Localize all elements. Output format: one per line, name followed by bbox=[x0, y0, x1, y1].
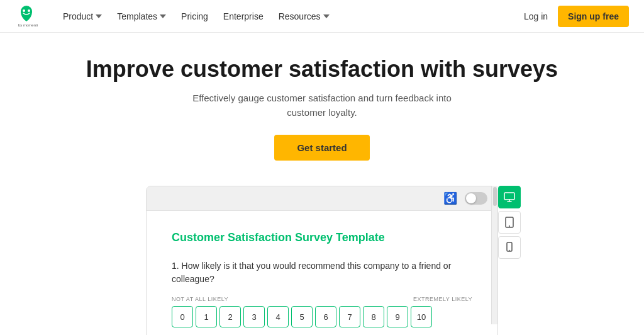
nav-links: Product Templates Pricing Enterprise Res… bbox=[58, 8, 335, 25]
get-started-button[interactable]: Get started bbox=[274, 135, 369, 161]
nav-item-resources[interactable]: Resources bbox=[274, 8, 335, 25]
scale-high-label: EXTREMELY LIKELY bbox=[413, 296, 472, 302]
scale-7[interactable]: 7 bbox=[339, 306, 360, 327]
toggle-knob bbox=[466, 193, 476, 203]
scale-6[interactable]: 6 bbox=[315, 306, 336, 327]
nav-item-pricing-label: Pricing bbox=[181, 11, 208, 21]
nav-item-templates[interactable]: Templates bbox=[112, 8, 171, 25]
hero-title: Improve customer satisfaction with surve… bbox=[13, 55, 631, 82]
preview-toggle[interactable] bbox=[465, 192, 487, 205]
nav-item-resources-label: Resources bbox=[279, 11, 321, 21]
desktop-icon bbox=[503, 191, 516, 203]
hero-subtitle: Effectively gauge customer satisfaction … bbox=[190, 91, 454, 120]
logo-area[interactable]: by momentive bbox=[15, 5, 38, 28]
chevron-down-icon bbox=[323, 14, 330, 18]
scale-container: NOT AT ALL LIKELY EXTREMELY LIKELY 0 1 2… bbox=[172, 296, 472, 327]
scale-labels: NOT AT ALL LIKELY EXTREMELY LIKELY bbox=[172, 296, 472, 302]
scale-numbers: 0 1 2 3 4 5 6 7 8 9 10 bbox=[172, 306, 472, 327]
nav-item-enterprise[interactable]: Enterprise bbox=[218, 8, 269, 25]
scale-4[interactable]: 4 bbox=[267, 306, 289, 327]
login-button[interactable]: Log in bbox=[524, 11, 548, 21]
scale-0[interactable]: 0 bbox=[172, 306, 193, 327]
preview-toolbar: ♿ bbox=[147, 186, 497, 211]
tablet-icon bbox=[503, 216, 516, 229]
navbar-right: Log in Sign up free bbox=[524, 6, 629, 27]
preview-content: Customer Satisfaction Survey Template 1.… bbox=[147, 211, 497, 335]
nav-item-product[interactable]: Product bbox=[58, 8, 107, 25]
svg-rect-4 bbox=[504, 193, 514, 200]
chevron-down-icon bbox=[96, 14, 102, 18]
scale-1[interactable]: 1 bbox=[196, 306, 217, 327]
scale-low-label: NOT AT ALL LIKELY bbox=[172, 296, 228, 302]
scale-8[interactable]: 8 bbox=[363, 306, 384, 327]
svg-point-1 bbox=[23, 9, 25, 12]
scrollbar-thumb bbox=[493, 187, 497, 206]
nav-item-templates-label: Templates bbox=[117, 11, 157, 21]
hero-section: Improve customer satisfaction with surve… bbox=[0, 33, 644, 176]
nav-item-product-label: Product bbox=[63, 11, 93, 21]
mobile-view-button[interactable] bbox=[498, 236, 521, 259]
scale-3[interactable]: 3 bbox=[243, 306, 265, 327]
svg-text:by momentive: by momentive bbox=[18, 23, 38, 27]
signup-button[interactable]: Sign up free bbox=[558, 6, 629, 27]
scale-9[interactable]: 9 bbox=[387, 306, 408, 327]
desktop-view-button[interactable] bbox=[498, 186, 521, 208]
svg-point-8 bbox=[509, 250, 510, 251]
tablet-view-button[interactable] bbox=[498, 211, 521, 234]
survey-template-title: Customer Satisfaction Survey Template bbox=[172, 231, 472, 244]
scale-10[interactable]: 10 bbox=[411, 306, 432, 327]
accessibility-icon: ♿ bbox=[443, 191, 457, 205]
scale-5[interactable]: 5 bbox=[291, 306, 313, 327]
survey-question: 1. How likely is it that you would recom… bbox=[172, 259, 472, 286]
mobile-icon bbox=[503, 241, 516, 254]
nav-item-enterprise-label: Enterprise bbox=[223, 11, 264, 21]
preview-window: ♿ Customer Satisfaction Survey Template … bbox=[146, 186, 498, 335]
navbar-left: by momentive Product Templates Pricing E… bbox=[15, 5, 335, 28]
device-icons bbox=[498, 186, 521, 259]
navbar: by momentive Product Templates Pricing E… bbox=[0, 0, 644, 33]
surveymonkey-logo: by momentive bbox=[15, 5, 38, 28]
chevron-down-icon bbox=[160, 14, 166, 18]
preview-scrollbar[interactable] bbox=[491, 186, 497, 324]
svg-point-2 bbox=[28, 9, 30, 12]
preview-area: ♿ Customer Satisfaction Survey Template … bbox=[0, 186, 644, 335]
scale-2[interactable]: 2 bbox=[219, 306, 241, 327]
svg-point-6 bbox=[509, 225, 510, 227]
nav-item-pricing[interactable]: Pricing bbox=[176, 8, 213, 25]
